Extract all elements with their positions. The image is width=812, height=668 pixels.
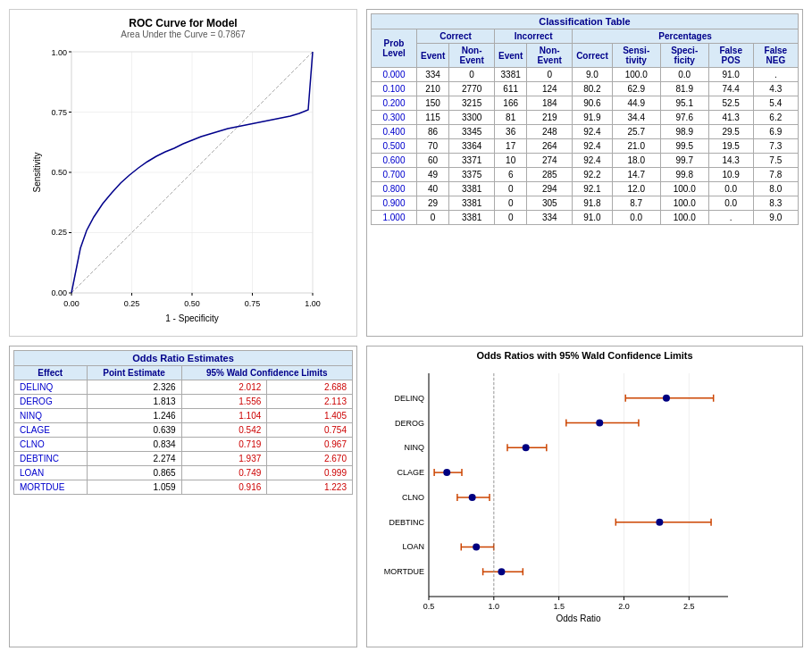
table-cell: 0 — [416, 211, 448, 225]
sensitivity-header: Sensi-tivity — [612, 44, 660, 68]
table-cell: 92.4 — [573, 125, 613, 139]
table-cell: 274 — [527, 154, 573, 168]
upper-limit-cell: 1.405 — [267, 409, 353, 423]
lower-limit-cell: 0.916 — [181, 480, 267, 495]
estimate-cell: 1.059 — [87, 480, 181, 495]
specificity-header: Speci-ficity — [660, 44, 708, 68]
lower-limit-cell: 2.012 — [181, 380, 267, 395]
false-neg-header: False NEG — [753, 44, 798, 68]
svg-text:2.5: 2.5 — [683, 602, 695, 611]
table-cell[interactable]: 1.000 — [372, 211, 417, 225]
correct-event-header: Event — [416, 44, 448, 68]
svg-text:1 - Specificity: 1 - Specificity — [165, 313, 218, 323]
table-row: 0.700493375628592.214.799.810.97.8 — [372, 168, 799, 182]
table-cell: 9.0 — [753, 211, 798, 225]
table-cell: 92.1 — [573, 182, 613, 196]
roc-chart: 0.00 0.25 0.50 0.75 1.00 0.00 0.25 0.50 … — [31, 43, 335, 329]
table-row: 0.800403381029492.112.0100.00.08.0 — [372, 182, 799, 196]
table-cell[interactable]: 0.600 — [372, 154, 417, 168]
table-cell[interactable]: 0.100 — [372, 82, 417, 96]
svg-text:Odds Ratio: Odds Ratio — [556, 614, 600, 623]
table-cell: 40 — [416, 182, 448, 196]
lower-limit-cell: 1.104 — [181, 409, 267, 423]
effect-cell: LOAN — [14, 466, 88, 480]
table-cell: 611 — [495, 82, 527, 96]
effect-cell: DEROG — [14, 395, 88, 409]
table-cell[interactable]: 0.400 — [372, 125, 417, 139]
table-cell: 0 — [495, 196, 527, 211]
table-cell: 2770 — [449, 82, 495, 96]
table-cell: 60 — [416, 154, 448, 168]
table-cell: 334 — [527, 211, 573, 225]
table-cell[interactable]: 0.700 — [372, 168, 417, 182]
table-cell: 4.3 — [753, 82, 798, 96]
svg-text:Sensitivity: Sensitivity — [32, 152, 42, 192]
table-cell: 150 — [416, 96, 448, 111]
table-cell: 49 — [416, 168, 448, 182]
incorrect-header: Incorrect — [495, 29, 573, 44]
table-cell: 3215 — [449, 96, 495, 111]
effect-cell: CLAGE — [14, 423, 88, 438]
estimate-cell: 0.834 — [87, 438, 181, 452]
table-cell: 8.3 — [753, 196, 798, 211]
svg-text:0.50: 0.50 — [51, 168, 67, 177]
conf-limits-header: 95% Wald Confidence Limits — [181, 366, 352, 380]
roc-title: ROC Curve for Model — [17, 17, 349, 29]
table-cell: 95.1 — [660, 96, 708, 111]
correct-pct-header: Correct — [573, 44, 613, 68]
lower-limit-cell: 0.749 — [181, 466, 267, 480]
svg-text:1.5: 1.5 — [553, 602, 565, 611]
svg-text:LOAN: LOAN — [402, 542, 424, 551]
table-cell: 124 — [527, 82, 573, 96]
table-cell: 90.6 — [573, 96, 613, 111]
table-cell: 81 — [495, 111, 527, 125]
table-cell: 0 — [495, 211, 527, 225]
table-cell: 3375 — [449, 168, 495, 182]
table-cell: . — [708, 211, 753, 225]
effect-cell: NINQ — [14, 409, 88, 423]
prob-level-header: Prob Level — [372, 29, 417, 68]
table-cell[interactable]: 0.200 — [372, 96, 417, 111]
table-cell: 17 — [495, 139, 527, 154]
table-cell: 184 — [527, 96, 573, 111]
table-cell: 44.9 — [612, 96, 660, 111]
table-cell: 3371 — [449, 154, 495, 168]
classification-table: Classification Table Prob Level Correct … — [371, 13, 799, 225]
table-cell: 91.9 — [573, 111, 613, 125]
estimate-cell: 1.246 — [87, 409, 181, 423]
table-cell[interactable]: 0.800 — [372, 182, 417, 196]
table-cell[interactable]: 0.000 — [372, 68, 417, 82]
odds-table: Odds Ratio Estimates Effect Point Estima… — [13, 350, 353, 495]
table-row: MORTDUE1.0590.9161.223 — [14, 480, 353, 495]
table-cell: 7.5 — [753, 154, 798, 168]
table-cell[interactable]: 0.300 — [372, 111, 417, 125]
svg-text:1.00: 1.00 — [305, 299, 321, 308]
table-cell: 0 — [495, 182, 527, 196]
table-cell: 91.0 — [708, 68, 753, 82]
svg-text:0.00: 0.00 — [63, 299, 80, 308]
table-row: CLAGE0.6390.5420.754 — [14, 423, 353, 438]
table-cell: 166 — [495, 96, 527, 111]
upper-limit-cell: 2.688 — [267, 380, 353, 395]
table-cell[interactable]: 0.900 — [372, 196, 417, 211]
upper-limit-cell: 2.670 — [267, 452, 353, 466]
table-cell: 305 — [527, 196, 573, 211]
table-cell: 8.0 — [753, 182, 798, 196]
svg-text:DELINQ: DELINQ — [394, 394, 424, 403]
table-cell: 7.8 — [753, 168, 798, 182]
table-row: 0.6006033711027492.418.099.714.37.5 — [372, 154, 799, 168]
table-cell: 0.0 — [660, 68, 708, 82]
svg-text:0.25: 0.25 — [51, 228, 67, 237]
table-cell: 98.9 — [660, 125, 708, 139]
table-cell: 294 — [527, 182, 573, 196]
table-cell[interactable]: 0.500 — [372, 139, 417, 154]
table-cell: 99.5 — [660, 139, 708, 154]
lower-limit-cell: 1.937 — [181, 452, 267, 466]
svg-text:0.5: 0.5 — [423, 602, 435, 611]
table-row: NINQ1.2461.1041.405 — [14, 409, 353, 423]
table-cell: 52.5 — [708, 96, 753, 111]
table-cell: 70 — [416, 139, 448, 154]
table-cell: 29 — [416, 196, 448, 211]
table-cell: 74.4 — [708, 82, 753, 96]
upper-limit-cell: 0.999 — [267, 466, 353, 480]
